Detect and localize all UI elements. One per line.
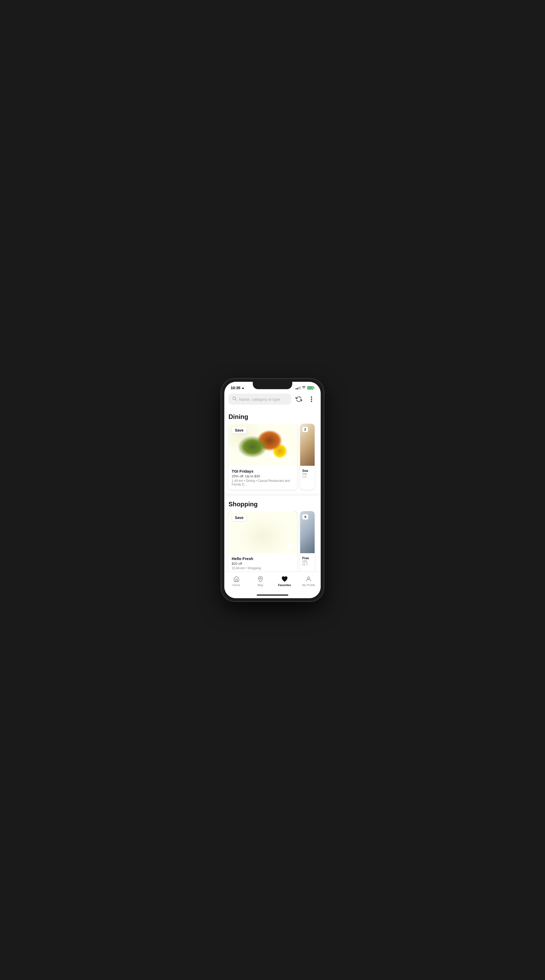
shopping-peek-meta: 12.7... xyxy=(302,563,313,566)
tgi-meta: 1.49 km • Dining • Casual Restaurant and… xyxy=(232,479,294,486)
tgi-fridays-info: TGI Fridays 25% off. Up to $30 1.49 km •… xyxy=(229,466,297,490)
shopping-peek-offer: 10% xyxy=(302,560,313,563)
wifi-icon xyxy=(302,386,306,390)
tgi-fridays-image: Save xyxy=(229,424,297,466)
search-placeholder: Name, category or type xyxy=(239,397,288,401)
dining-section-title: Dining xyxy=(224,413,321,424)
refresh-button[interactable] xyxy=(294,394,304,404)
profile-nav-label: My Profile xyxy=(302,584,315,587)
phone-frame: 10:35 ▲ xyxy=(221,379,324,601)
signal-icon xyxy=(296,386,300,390)
home-indicator xyxy=(224,593,321,598)
favorites-nav-label: Favorites xyxy=(278,584,291,587)
search-area: Name, category or type xyxy=(224,391,321,408)
nav-home[interactable]: Home xyxy=(224,574,249,588)
shopping-cards-row: Save Hello Fresh $20 off 15.84 km • Shop… xyxy=(224,511,321,572)
tgi-save-badge: Save xyxy=(232,427,247,434)
svg-line-1 xyxy=(235,399,237,401)
dining-peek-offer: One xyxy=(302,473,313,476)
favorites-icon xyxy=(281,576,288,582)
hello-fresh-card[interactable]: Save Hello Fresh $20 off 15.84 km • Shop… xyxy=(229,511,297,572)
search-icon xyxy=(232,396,237,402)
svg-point-4 xyxy=(311,401,312,402)
nav-favorites[interactable]: Favorites xyxy=(272,574,297,588)
map-icon xyxy=(257,576,264,582)
hello-fresh-info: Hello Fresh $20 off 15.84 km • Shopping xyxy=(229,553,297,572)
main-content: Dining Save xyxy=(224,408,321,572)
bottom-navigation: Home Map Favorites xyxy=(224,572,321,593)
profile-icon xyxy=(305,576,312,582)
tgi-offer: 25% off. Up to $30 xyxy=(232,474,294,478)
dining-peek-badge: 2 xyxy=(302,427,308,432)
svg-point-5 xyxy=(260,578,261,579)
shopping-peek-card[interactable]: S Free 10% 12.7... xyxy=(300,511,315,572)
dining-peek-card[interactable]: 2 Sou One 1.4... xyxy=(300,424,315,490)
battery-icon xyxy=(307,386,315,390)
dining-peek-image: 2 xyxy=(300,424,315,466)
nav-my-profile[interactable]: My Profile xyxy=(297,574,321,588)
home-indicator-bar xyxy=(257,595,288,596)
shopping-peek-info: Free 10% 12.7... xyxy=(300,553,315,569)
map-nav-label: Map xyxy=(258,584,263,587)
svg-point-3 xyxy=(311,399,312,400)
hellofresh-save-badge: Save xyxy=(232,514,247,521)
dining-peek-info: Sou One 1.4... xyxy=(300,466,315,482)
status-time: 10:35 xyxy=(230,385,240,390)
hellofresh-name: Hello Fresh xyxy=(232,556,294,561)
svg-point-6 xyxy=(308,577,310,579)
dining-cards-row: Save TGI Fridays 25% off. Up to $30 1.49… xyxy=(224,424,321,494)
tgi-favorite-button[interactable] xyxy=(286,455,294,463)
svg-point-2 xyxy=(311,396,312,398)
location-icon: ▲ xyxy=(242,386,245,390)
tgi-name: TGI Fridays xyxy=(232,469,294,473)
dining-section: Dining Save xyxy=(224,408,321,494)
shopping-peek-badge: S xyxy=(302,514,308,520)
home-nav-label: Home xyxy=(232,584,240,587)
hello-fresh-image: Save xyxy=(229,511,297,553)
home-icon xyxy=(233,576,240,582)
hellofresh-favorite-button[interactable] xyxy=(286,542,294,550)
phone-screen: 10:35 ▲ xyxy=(224,382,321,598)
shopping-peek-image: S xyxy=(300,511,315,553)
dining-peek-meta: 1.4... xyxy=(302,476,313,479)
shopping-section-title: Shopping xyxy=(224,501,321,511)
hellofresh-offer: $20 off xyxy=(232,562,294,566)
shopping-section: Shopping Save xyxy=(224,496,321,572)
tgi-fridays-card[interactable]: Save TGI Fridays 25% off. Up to $30 1.49… xyxy=(229,424,297,490)
search-bar[interactable]: Name, category or type xyxy=(229,394,291,405)
hellofresh-meta: 15.84 km • Shopping xyxy=(232,566,294,570)
shopping-peek-name: Free xyxy=(302,556,313,560)
dining-peek-name: Sou xyxy=(302,469,313,473)
phone-notch xyxy=(253,382,292,389)
nav-map[interactable]: Map xyxy=(249,574,273,588)
more-options-button[interactable] xyxy=(307,394,316,404)
status-icons xyxy=(296,386,315,390)
